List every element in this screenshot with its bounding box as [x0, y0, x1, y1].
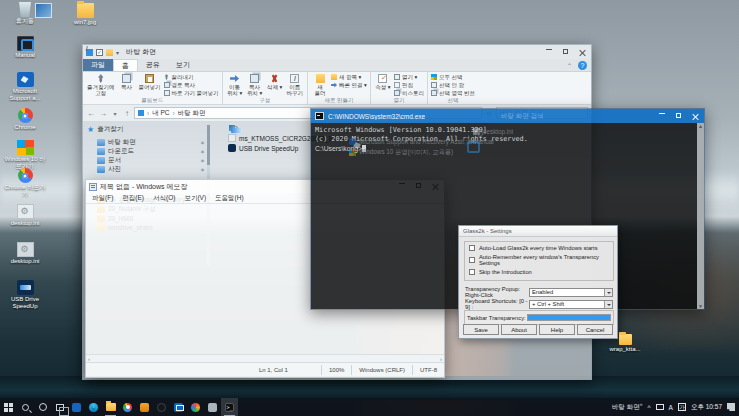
breadcrumb-this-pc[interactable]: 내 PC	[152, 109, 169, 118]
checkbox-icon[interactable]	[469, 257, 475, 263]
select-none-button[interactable]: 선택 안 함	[430, 81, 476, 89]
tray-desktop-toolbar[interactable]: 바탕 화면»	[612, 401, 643, 412]
desktop-icon-windows10[interactable]: Windows 10 바로가기	[2, 140, 48, 170]
minimize-button[interactable]	[540, 49, 557, 50]
menu-format[interactable]: 서식(O)	[149, 193, 179, 203]
tab-view[interactable]: 보기	[168, 59, 198, 71]
recent-locations-icon[interactable]: ▾	[110, 110, 120, 117]
properties-button[interactable]: 속성 ▾	[373, 73, 393, 91]
tab-home[interactable]: 홈	[113, 59, 138, 71]
taskbar-mail-button[interactable]	[170, 398, 187, 416]
back-icon[interactable]: ←	[86, 109, 96, 118]
taskbar-app-3[interactable]	[153, 398, 170, 416]
tray-clock[interactable]: 오후 10:57	[691, 403, 722, 412]
ribbon-collapse-icon[interactable]: ⌃	[567, 62, 572, 69]
maximize-button[interactable]	[557, 49, 574, 54]
maximize-button[interactable]	[670, 113, 687, 118]
transparency-popup-select[interactable]: Enabled	[529, 288, 613, 297]
checkbox-autoremember[interactable]: Auto-Remember every window's Transparenc…	[469, 254, 613, 266]
taskbar-app-2[interactable]	[136, 398, 153, 416]
nav-item-documents[interactable]: 문서✶	[87, 156, 205, 165]
desktop-icon-win7-jpg[interactable]: win7.jpg	[62, 3, 108, 26]
checkbox-icon[interactable]	[469, 269, 475, 275]
notepad-horizontal-scrollbar[interactable]: ‹ ›	[86, 354, 444, 362]
scroll-up-icon[interactable]: ▲	[698, 123, 703, 129]
paste-shortcut-button[interactable]: 바로 가기 붙여넣기	[163, 89, 220, 97]
nav-item-pictures[interactable]: 사진✶	[87, 165, 205, 174]
minimize-button[interactable]	[653, 113, 670, 114]
help-button[interactable]: Help	[539, 324, 575, 335]
scroll-right-icon[interactable]: ›	[440, 356, 442, 362]
taskbar-chrome-button[interactable]	[119, 398, 136, 416]
menu-help[interactable]: 도움말(H)	[211, 193, 248, 203]
hidden-icons-chevron[interactable]: ^	[648, 404, 651, 411]
taskbar-edge-button[interactable]	[85, 398, 102, 416]
taskbar-cmd-button[interactable]: >_	[221, 398, 238, 416]
ime-language-indicator[interactable]: A	[669, 404, 673, 411]
cmd-title-bar[interactable]: C:\WINDOWS\system32\cmd.exe 바탕 화면 검색	[311, 109, 704, 123]
notification-center-icon[interactable]	[727, 403, 735, 411]
explorer-title-bar[interactable]: ▾ 바탕 화면	[83, 45, 591, 59]
menu-file[interactable]: 파일(F)	[88, 193, 117, 203]
scroll-down-icon[interactable]: ▼	[698, 303, 703, 309]
nav-item-downloads[interactable]: 다운로드✶	[87, 147, 205, 156]
desktop-icon-wrap-folder[interactable]: wrap_ktta...	[602, 334, 648, 353]
taskbar-transparency-slider[interactable]	[527, 314, 611, 321]
rename-button[interactable]: 이름 바꾸기	[285, 73, 306, 97]
open-button[interactable]: 열기 ▾	[393, 73, 425, 81]
quick-access-customize-icon[interactable]: ▾	[116, 49, 119, 56]
quick-access-newfolder-icon[interactable]	[106, 49, 113, 56]
desktop-icon-desktop-ini-1[interactable]: desktop.ini	[2, 204, 48, 227]
menu-edit[interactable]: 편집(E)	[118, 193, 148, 203]
taskbar-app-5[interactable]	[204, 398, 221, 416]
move-to-button[interactable]: 이동 위치 ▾	[225, 73, 245, 97]
copy-button[interactable]: 복사	[117, 73, 137, 91]
chevron-down-icon[interactable]	[604, 301, 612, 308]
nav-item-desktop[interactable]: 바탕 화면✶	[87, 138, 205, 147]
checkbox-autoload[interactable]: Auto-Load Glass2k every time Windows sta…	[469, 245, 613, 251]
cut-button[interactable]: 잘라내기	[163, 73, 220, 81]
copy-path-button[interactable]: 경로 복사	[163, 81, 220, 89]
menu-view[interactable]: 보기(V)	[180, 193, 210, 203]
new-folder-button[interactable]: 새 폴더	[310, 73, 330, 97]
cortana-button[interactable]	[34, 398, 51, 416]
checkbox-icon[interactable]	[469, 245, 475, 251]
taskbar-explorer-button[interactable]	[102, 398, 119, 416]
invert-selection-button[interactable]: 선택 영역 반전	[430, 89, 476, 97]
delete-button[interactable]: 삭제 ▾	[265, 73, 285, 91]
up-icon[interactable]: ↑	[122, 109, 132, 118]
dialog-title-bar[interactable]: Glass2k - Settings	[459, 226, 617, 237]
about-button[interactable]: About	[501, 324, 537, 335]
taskbar-app-4[interactable]	[187, 398, 204, 416]
ime-mode-icon[interactable]: 가	[678, 403, 686, 411]
desktop-icon-manual[interactable]: Manual	[2, 36, 48, 59]
tab-share[interactable]: 공유	[138, 59, 168, 71]
taskbar-search-button[interactable]	[17, 398, 34, 416]
start-button[interactable]	[0, 398, 17, 416]
edit-button[interactable]: 편집	[393, 81, 425, 89]
paste-button[interactable]: 붙여넣기	[137, 73, 163, 91]
desktop-icon-image-file[interactable]	[28, 3, 58, 19]
pin-to-quick-access-button[interactable]: 즐겨찾기에 고정	[85, 73, 117, 97]
new-item-button[interactable]: 새 항목 ▾	[330, 73, 368, 81]
task-view-button[interactable]	[51, 398, 68, 416]
nav-quick-access[interactable]: ★ 즐겨찾기	[87, 125, 205, 134]
quick-access-properties-icon[interactable]	[96, 49, 103, 56]
close-button[interactable]	[574, 49, 591, 56]
checkbox-skip-introduction[interactable]: Skip the Introduction	[469, 269, 613, 275]
taskbar-app-1[interactable]	[68, 398, 85, 416]
scroll-left-icon[interactable]: ‹	[88, 356, 90, 362]
desktop-icon-chrome[interactable]: Chrome	[2, 108, 48, 131]
select-all-button[interactable]: 모두 선택	[430, 73, 476, 81]
display-icon[interactable]	[656, 404, 664, 410]
desktop-icon-ms-support[interactable]: Microsoft Support a...	[2, 72, 48, 102]
copy-to-button[interactable]: 복사 위치 ▾	[245, 73, 265, 97]
easy-access-button[interactable]: 빠른 연결 ▾	[330, 81, 368, 89]
close-button[interactable]	[687, 113, 704, 120]
desktop-icon-desktop-ini-2[interactable]: desktop.ini	[2, 242, 48, 265]
forward-icon[interactable]: →	[98, 109, 108, 118]
keyboard-shortcuts-select[interactable]: + Ctrl + Shift	[529, 300, 613, 309]
desktop-icon-usb-speedup[interactable]: USB Drive SpeedUp	[2, 280, 48, 310]
history-button[interactable]: 히스토리	[393, 89, 425, 97]
chevron-down-icon[interactable]	[604, 289, 612, 296]
